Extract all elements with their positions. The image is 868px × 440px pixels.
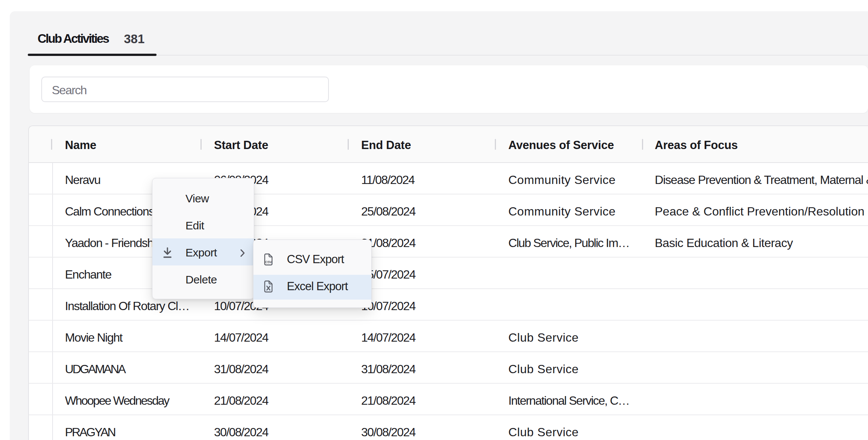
svg-text:CSV: CSV [265, 260, 272, 264]
